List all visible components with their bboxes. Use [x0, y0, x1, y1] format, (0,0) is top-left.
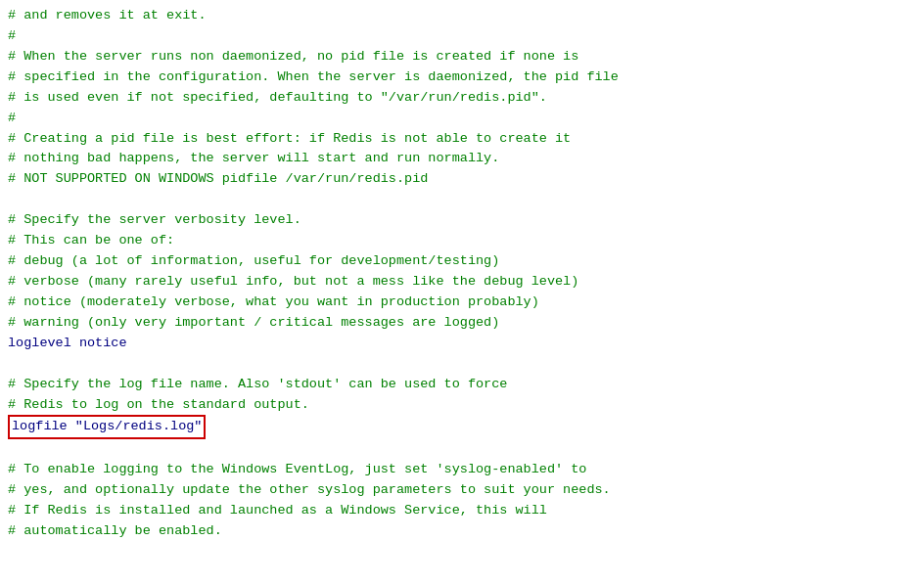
- code-line: # Specify the log file name. Also 'stdou…: [8, 375, 916, 395]
- code-line: # is used even if not specified, default…: [8, 88, 916, 109]
- code-line: # If Redis is installed and launched as …: [8, 501, 916, 521]
- code-line: # This can be one of:: [8, 231, 916, 251]
- code-line: #: [8, 109, 916, 129]
- code-line: # automatically be enabled.: [8, 521, 916, 542]
- code-line: #: [8, 26, 916, 47]
- code-line: # verbose (many rarely useful info, but …: [8, 272, 916, 293]
- highlighted-code-line: logfile "Logs/redis.log": [8, 415, 206, 439]
- code-line: # notice (moderately verbose, what you w…: [8, 293, 916, 313]
- code-line: # nothing bad happens, the server will s…: [8, 149, 916, 169]
- code-line: # yes, and optionally update the other s…: [8, 480, 916, 501]
- code-line: # specified in the configuration. When t…: [8, 68, 916, 88]
- code-line: # Creating a pid file is best effort: if…: [8, 129, 916, 150]
- code-line: loglevel notice: [8, 334, 916, 354]
- code-line: # and removes it at exit.: [8, 6, 916, 26]
- code-line: # debug (a lot of information, useful fo…: [8, 251, 916, 272]
- code-editor: # and removes it at exit.## When the ser…: [0, 0, 924, 586]
- code-line: # When the server runs non daemonized, n…: [8, 47, 916, 68]
- code-line: # NOT SUPPORTED ON WINDOWS pidfile /var/…: [8, 169, 916, 190]
- code-line: [8, 354, 916, 375]
- code-line: [8, 190, 916, 210]
- code-line: # warning (only very important / critica…: [8, 313, 916, 334]
- code-line: # Redis to log on the standard output.: [8, 395, 916, 416]
- code-line: # To enable logging to the Windows Event…: [8, 460, 916, 480]
- code-line: # Specify the server verbosity level.: [8, 210, 916, 231]
- code-line: logfile "Logs/redis.log": [8, 415, 916, 439]
- code-line: [8, 439, 916, 460]
